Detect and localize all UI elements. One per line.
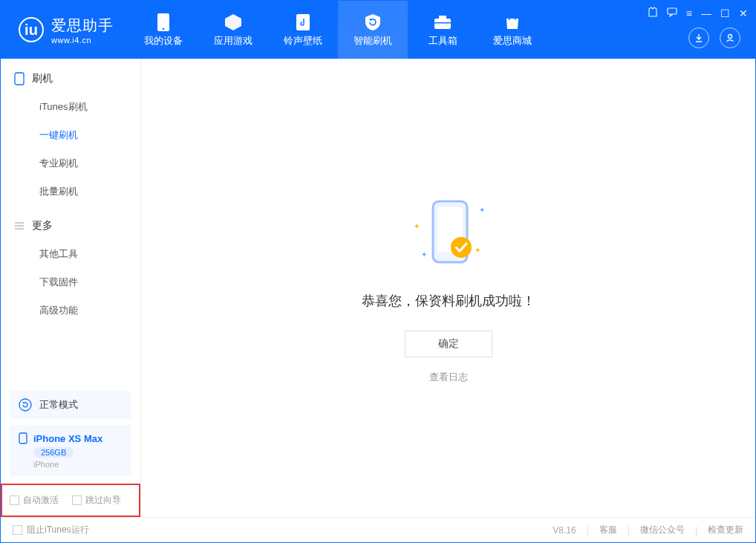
app-logo: iu 爱思助手 www.i4.cn <box>1 16 128 45</box>
close-button[interactable]: ✕ <box>739 7 748 19</box>
mode-box[interactable]: 正常模式 <box>10 391 131 419</box>
header-action-icons <box>688 27 740 48</box>
device-name: iPhone XS Max <box>19 432 123 444</box>
bag-icon <box>502 12 523 33</box>
body: 刷机 iTunes刷机 一键刷机 专业刷机 批量刷机 更多 其他工具 下载固件 … <box>1 59 755 517</box>
shield-refresh-icon <box>362 12 383 33</box>
ok-button[interactable]: 确定 <box>405 331 492 357</box>
refresh-circle-icon <box>19 398 32 412</box>
checkbox-box-icon <box>10 495 19 505</box>
sidebar-item-advanced[interactable]: 高级功能 <box>1 296 140 325</box>
device-outline-icon <box>14 72 25 85</box>
checkbox-auto-activate[interactable]: 自动激活 <box>10 494 59 507</box>
phone-small-icon <box>19 432 27 444</box>
maximize-button[interactable]: ☐ <box>720 7 730 19</box>
svg-rect-5 <box>434 22 451 24</box>
menu-icon[interactable]: ≡ <box>686 7 692 19</box>
svg-rect-6 <box>668 8 677 14</box>
device-box[interactable]: iPhone XS Max 256GB iPhone <box>10 425 131 476</box>
user-icon[interactable] <box>720 27 740 48</box>
sparkle-icon: ✦ <box>414 222 420 230</box>
svg-rect-2 <box>296 14 310 30</box>
main-nav: 我的设备 应用游戏 铃声壁纸 智能刷机 工具箱 爱思商城 <box>128 1 547 59</box>
logo-icon: iu <box>19 17 44 42</box>
sparkle-icon: ✦ <box>479 206 485 214</box>
svg-rect-10 <box>19 433 27 443</box>
sidebar-section-flash: 刷机 <box>1 59 140 93</box>
sparkle-icon: ✦ <box>475 246 480 254</box>
sidebar-item-download-firmware[interactable]: 下载固件 <box>1 268 140 296</box>
sidebar-item-pro-flash[interactable]: 专业刷机 <box>1 149 140 178</box>
header: iu 爱思助手 www.i4.cn 我的设备 应用游戏 铃声壁纸 智能刷机 <box>1 1 755 59</box>
highlighted-checkbox-row: 自动激活 跳过向导 <box>1 484 140 517</box>
success-message: 恭喜您，保资料刷机成功啦！ <box>362 292 535 310</box>
nav-store[interactable]: 爱思商城 <box>478 1 547 59</box>
music-file-icon <box>293 12 313 33</box>
skin-icon[interactable] <box>648 7 658 19</box>
logo-subtitle: www.i4.cn <box>51 36 114 45</box>
view-log-link[interactable]: 查看日志 <box>429 371 468 384</box>
svg-rect-4 <box>439 16 446 19</box>
device-type: iPhone <box>33 460 123 469</box>
svg-point-9 <box>19 399 31 411</box>
nav-toolbox[interactable]: 工具箱 <box>408 1 478 59</box>
sidebar-item-itunes-flash[interactable]: iTunes刷机 <box>1 93 140 121</box>
nav-smart-flash[interactable]: 智能刷机 <box>338 1 408 59</box>
footer-link-update[interactable]: 检查更新 <box>708 524 743 536</box>
checkbox-box-icon <box>13 525 22 535</box>
footer-link-support[interactable]: 客服 <box>599 524 617 536</box>
svg-rect-8 <box>15 73 24 85</box>
footer-link-wechat[interactable]: 微信公众号 <box>640 524 685 536</box>
window-controls: ≡ ― ☐ ✕ <box>648 7 748 19</box>
app-window: iu 爱思助手 www.i4.cn 我的设备 应用游戏 铃声壁纸 智能刷机 <box>0 0 756 543</box>
nav-ringtone-wallpaper[interactable]: 铃声壁纸 <box>268 1 338 59</box>
phone-icon <box>153 12 174 33</box>
toolbox-icon <box>432 12 453 33</box>
success-illustration: ✦ ✦ ✦ ✦ <box>408 192 489 274</box>
version-label: V8.16 <box>553 525 576 536</box>
sidebar: 刷机 iTunes刷机 一键刷机 专业刷机 批量刷机 更多 其他工具 下载固件 … <box>1 59 141 517</box>
logo-title: 爱思助手 <box>51 16 114 36</box>
list-icon <box>14 221 25 231</box>
device-capacity: 256GB <box>33 447 74 458</box>
sidebar-item-batch-flash[interactable]: 批量刷机 <box>1 178 140 206</box>
nav-apps-games[interactable]: 应用游戏 <box>198 1 268 59</box>
main-content: ✦ ✦ ✦ ✦ 恭喜您，保资料刷机成功啦！ 确定 查看日志 <box>141 59 755 517</box>
svg-point-1 <box>163 28 164 30</box>
svg-point-7 <box>729 35 732 39</box>
sidebar-item-other-tools[interactable]: 其他工具 <box>1 240 140 268</box>
checkbox-box-icon <box>72 495 82 505</box>
nav-my-device[interactable]: 我的设备 <box>128 1 198 59</box>
checkbox-skip-guide[interactable]: 跳过向导 <box>72 494 121 507</box>
svg-point-13 <box>451 237 472 258</box>
checkbox-block-itunes[interactable]: 阻止iTunes运行 <box>13 524 89 536</box>
mode-label: 正常模式 <box>39 398 78 412</box>
download-icon[interactable] <box>688 27 709 48</box>
sidebar-section-more: 更多 <box>1 206 140 240</box>
sparkle-icon: ✦ <box>421 250 427 259</box>
minimize-button[interactable]: ― <box>701 7 711 19</box>
footer: 阻止iTunes运行 V8.16 | 客服 | 微信公众号 | 检查更新 <box>1 517 755 542</box>
sidebar-item-oneclick-flash[interactable]: 一键刷机 <box>1 121 140 149</box>
svg-rect-3 <box>434 19 451 29</box>
feedback-icon[interactable] <box>667 7 677 19</box>
cube-icon <box>223 12 244 33</box>
